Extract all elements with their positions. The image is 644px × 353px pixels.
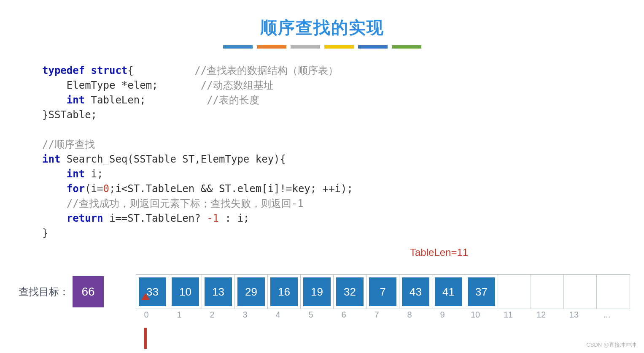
array-cell-value: 13	[205, 277, 232, 306]
code-text: i;	[85, 168, 103, 180]
keyword: for	[42, 183, 85, 195]
array-cell-value	[501, 277, 528, 306]
array-cell-value: 10	[172, 277, 199, 306]
array-cell: 32	[334, 275, 366, 309]
array-visual: 331013291619327434137	[136, 274, 630, 309]
code-number: 0	[103, 183, 109, 195]
array-cell-value	[534, 277, 561, 306]
keyword: return	[42, 212, 103, 224]
array-cell: 10	[169, 275, 202, 309]
target-row: 查找目标： 66 331013291619327434137	[19, 274, 630, 309]
array-index: 12	[525, 310, 558, 320]
watermark: CSDN @直接冲冲冲	[586, 341, 636, 349]
array-cell: 7	[366, 275, 399, 309]
array-index: 5	[294, 310, 327, 320]
array-cell-value: 41	[435, 277, 462, 306]
keyword: int	[42, 153, 60, 165]
array-index: 9	[426, 310, 459, 320]
page-title: 顺序查找的实现	[0, 0, 644, 39]
bar-seg	[257, 45, 286, 49]
code-text: ;i<ST.TableLen && ST.elem[i]!=key; ++i);	[109, 183, 353, 195]
array-cell: 37	[465, 275, 498, 309]
array-index: 10	[459, 310, 492, 320]
array-cell-value: 37	[468, 277, 495, 306]
array-index: ...	[590, 310, 623, 320]
array-index: 2	[196, 310, 229, 320]
array-cell	[564, 275, 597, 309]
array-index: 8	[393, 310, 426, 320]
array-index: 6	[327, 310, 360, 320]
code-text: ElemType *elem;	[42, 79, 158, 91]
code-text: (i=	[85, 183, 103, 195]
array-cell-value	[566, 277, 594, 306]
code-comment: //顺序查找	[42, 138, 95, 150]
code-number: -1	[207, 212, 219, 224]
keyword: int	[42, 168, 85, 180]
array-cell: 29	[235, 275, 268, 309]
bar-seg	[392, 45, 421, 49]
array-cell-value: 19	[303, 277, 331, 306]
bar-seg	[223, 45, 253, 49]
array-cell-value: 16	[270, 277, 298, 306]
code-text: i==ST.TableLen?	[103, 212, 207, 224]
array-index: 13	[558, 310, 590, 320]
array-cell-value: 33	[139, 277, 166, 306]
color-divider	[0, 45, 644, 49]
array-cell	[597, 275, 630, 309]
code-comment: //查找成功，则返回元素下标；查找失败，则返回-1	[42, 198, 304, 209]
array-cell	[498, 275, 531, 309]
array-cell	[531, 275, 564, 309]
array-cell: 41	[432, 275, 465, 309]
code-text: }	[42, 227, 48, 239]
bar-seg	[291, 45, 320, 49]
tablelen-label: TableLen=11	[410, 247, 468, 258]
pointer-arrow-icon	[141, 321, 150, 349]
code-comment: //动态数组基址	[201, 79, 274, 91]
array-index: 1	[163, 310, 196, 320]
bar-seg	[358, 45, 388, 49]
index-row: 012345678910111213...	[130, 310, 623, 320]
code-comment: //查找表的数据结构（顺序表）	[194, 65, 338, 76]
array-cell: 19	[301, 275, 334, 309]
code-comment: //表的长度	[207, 94, 259, 106]
code-text: : i;	[219, 212, 249, 224]
array-cell: 13	[202, 275, 235, 309]
array-cell-value: 43	[402, 277, 429, 306]
array-cell: 43	[399, 275, 432, 309]
array-cell: 33	[136, 275, 169, 309]
keyword: typedef struct	[42, 65, 127, 76]
target-label: 查找目标：	[19, 285, 69, 299]
array-cell-value: 7	[369, 277, 396, 306]
code-block: typedef struct{ //查找表的数据结构（顺序表） ElemType…	[42, 63, 353, 241]
code-text: TableLen;	[85, 94, 146, 106]
array-index: 0	[130, 310, 163, 320]
array-index: 11	[492, 310, 525, 320]
array-cell-value: 32	[336, 277, 364, 306]
bar-seg	[324, 45, 354, 49]
code-text: {	[127, 65, 133, 76]
array-cell: 16	[268, 275, 301, 309]
array-cell-value	[599, 277, 627, 306]
code-text: }SSTable;	[42, 109, 97, 121]
code-text: Search_Seq(SSTable ST,ElemType key){	[60, 153, 286, 165]
array-cell-value: 29	[237, 277, 265, 306]
array-index: 4	[261, 310, 294, 320]
keyword: int	[42, 94, 85, 106]
array-index: 7	[360, 310, 393, 320]
array-index: 3	[229, 310, 261, 320]
target-box: 66	[73, 276, 104, 307]
